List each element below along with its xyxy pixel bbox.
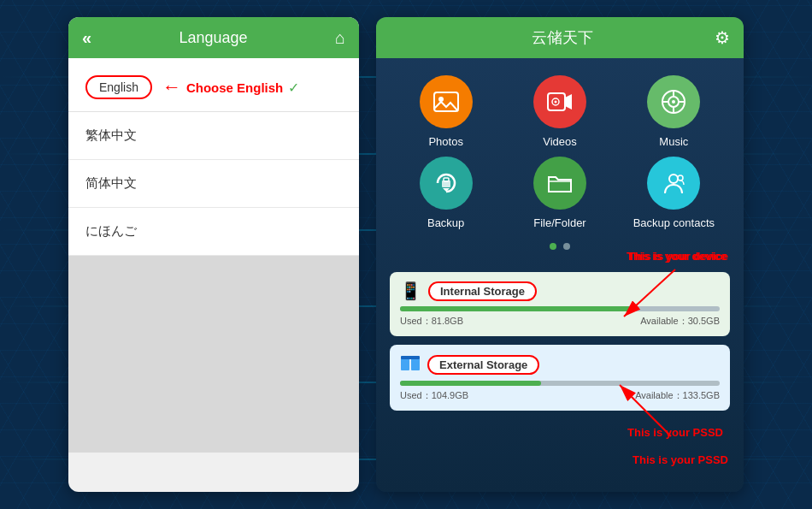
svg-point-14 <box>669 175 678 183</box>
drive-icon <box>400 353 421 376</box>
internal-storage-bar-container <box>400 306 720 311</box>
external-storage-info: Used：104.9GB Available：133.5GB <box>400 389 720 402</box>
file-folder-label: File/Folder <box>533 216 585 229</box>
external-available: Available：133.5GB <box>635 389 720 402</box>
internal-storage-card: 📱 Internal Storage Used：81.8GB Available… <box>390 272 730 336</box>
home-icon[interactable]: ⌂ <box>335 28 345 48</box>
external-storage-bar-container <box>400 381 720 386</box>
backup-contacts-icon-circle <box>647 157 700 210</box>
phone-icon: 📱 <box>400 281 421 301</box>
internal-storage-header: 📱 Internal Storage <box>400 281 720 301</box>
svg-rect-17 <box>411 358 420 370</box>
arrow-container: ← Choose English ✓ <box>162 76 299 98</box>
pssd-annotation-label: This is your PSSD <box>376 424 744 440</box>
pssd-annotation-float: This is your PSSD <box>633 453 728 466</box>
internal-available: Available：30.5GB <box>640 315 720 328</box>
internal-storage-bar <box>400 306 633 311</box>
photos-icon-circle <box>420 75 473 128</box>
videos-icon-item[interactable]: Videos <box>507 75 612 148</box>
external-storage-card: External Storage Used：104.9GB Available：… <box>390 345 730 411</box>
lang-item-japanese[interactable]: にほんご <box>68 208 359 256</box>
internal-used: Used：81.8GB <box>400 315 463 328</box>
backup-contacts-icon-item[interactable]: Backup contacts <box>621 157 727 229</box>
svg-point-7 <box>672 100 675 104</box>
dot-2[interactable] <box>563 243 570 250</box>
svg-point-4 <box>554 101 556 104</box>
file-folder-icon-circle <box>533 157 586 210</box>
language-list: 繁体中文 简体中文 にほんご <box>68 112 359 256</box>
file-folder-icon-item[interactable]: File/Folder <box>507 157 612 229</box>
dot-1[interactable] <box>550 243 556 250</box>
external-storage-title: External Storage <box>427 355 539 375</box>
svg-rect-18 <box>401 356 420 359</box>
icons-grid: Photos Videos <box>376 58 744 238</box>
videos-label: Videos <box>543 135 577 148</box>
lang-item-simplified-chinese[interactable]: 简体中文 <box>68 160 359 208</box>
videos-icon-circle <box>533 75 586 128</box>
right-header: 云储天下 ⚙ <box>376 17 744 58</box>
backup-icon-circle <box>420 157 473 210</box>
music-icon-circle <box>647 75 700 128</box>
photos-label: Photos <box>428 135 462 148</box>
gear-icon[interactable]: ⚙ <box>715 27 730 48</box>
svg-rect-16 <box>401 358 409 370</box>
left-panel: « Language ⌂ English ← Choose English ✓ … <box>68 17 359 492</box>
english-annotation-area: English ← Choose English ✓ <box>68 58 359 112</box>
lang-item-traditional-chinese[interactable]: 繁体中文 <box>68 112 359 160</box>
internal-storage-title: Internal Storage <box>428 281 537 301</box>
external-storage-header: External Storage <box>400 353 720 376</box>
english-badge[interactable]: English <box>85 75 152 99</box>
photos-icon-item[interactable]: Photos <box>393 75 498 148</box>
checkmark-icon: ✓ <box>288 80 299 96</box>
choose-english-label: Choose English <box>186 80 283 95</box>
main-container: « Language ⌂ English ← Choose English ✓ … <box>68 17 744 492</box>
external-storage-bar <box>400 381 541 386</box>
internal-storage-info: Used：81.8GB Available：30.5GB <box>400 315 720 328</box>
right-panel: 云储天下 ⚙ Photos <box>376 17 744 492</box>
left-header: « Language ⌂ <box>68 17 359 58</box>
external-used: Used：104.9GB <box>400 389 468 402</box>
backup-label: Backup <box>427 216 464 229</box>
device-annotation-float: This is your device <box>628 250 728 263</box>
svg-rect-13 <box>444 178 449 181</box>
backup-icon-item[interactable]: Backup <box>393 157 498 229</box>
language-title: Language <box>179 29 247 47</box>
pagination-dots <box>376 243 744 250</box>
app-title: 云储天下 <box>532 27 593 48</box>
back-icon[interactable]: « <box>82 28 91 48</box>
backup-contacts-label: Backup contacts <box>633 216 715 229</box>
left-arrow-icon: ← <box>162 76 181 98</box>
left-gray-area <box>68 256 359 453</box>
music-icon-item[interactable]: Music <box>621 75 727 148</box>
music-label: Music <box>659 135 688 148</box>
storage-section: 📱 Internal Storage Used：81.8GB Available… <box>376 269 744 423</box>
